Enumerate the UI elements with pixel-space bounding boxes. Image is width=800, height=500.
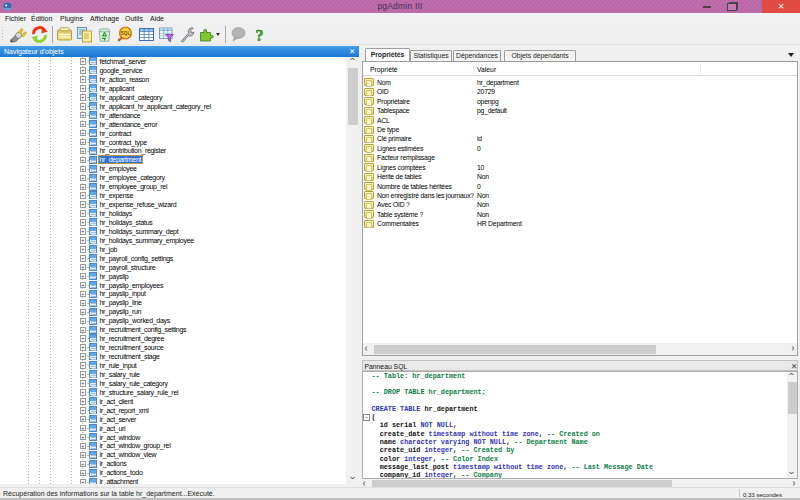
svg-text:SQL: SQL xyxy=(121,31,131,36)
svg-text:?: ? xyxy=(256,27,264,44)
